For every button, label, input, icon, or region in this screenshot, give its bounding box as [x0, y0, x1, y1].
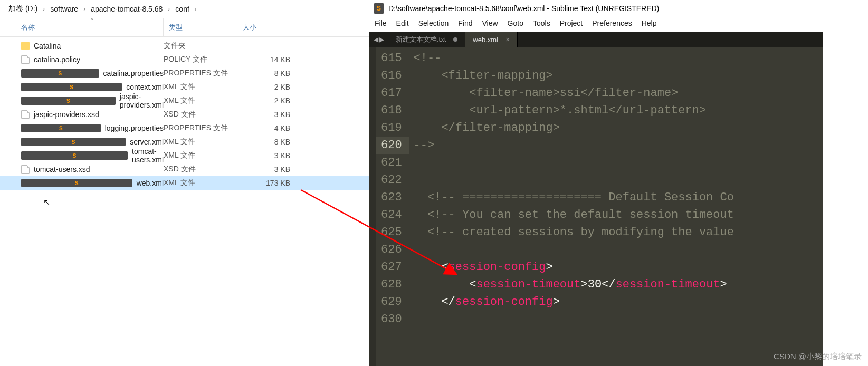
file-size: 3 KB	[237, 110, 295, 119]
sublime-file-icon: S	[21, 138, 126, 146]
file-row[interactable]: Sjaspic-providers.xmlXML 文件2 KB	[0, 94, 369, 108]
file-type: XML 文件	[164, 96, 237, 105]
close-tab-icon[interactable]: ×	[505, 35, 510, 44]
chevron-right-icon: ›	[192, 5, 200, 13]
window-titlebar: S D:\software\apache-tomcat-8.5.68\conf\…	[369, 0, 823, 17]
file-size: 3 KB	[237, 151, 295, 160]
tab-bar: ◀ ▶ 新建文本文档.txtweb.xml×	[369, 32, 823, 47]
code-line[interactable]	[414, 154, 734, 171]
code-line[interactable]: <!--	[414, 50, 734, 67]
sublime-file-icon: S	[21, 151, 128, 160]
code-line[interactable]: -->	[414, 137, 734, 154]
code-line[interactable]	[414, 241, 734, 258]
file-type: POLICY 文件	[164, 55, 237, 64]
file-size: 3 KB	[237, 165, 295, 174]
file-name: catalina.policy	[34, 55, 80, 64]
code-line[interactable]: <filter-name>ssi</filter-name>	[414, 84, 734, 102]
file-row[interactable]: Slogging.propertiesPROPERTIES 文件4 KB	[0, 121, 369, 135]
code-editor[interactable]: 6156166176186196206216226236246256266276…	[369, 47, 823, 366]
file-row[interactable]: Stomcat-users.xmlXML 文件3 KB	[0, 149, 369, 162]
breadcrumb[interactable]: 加卷 (D:)›software›apache-tomcat-8.5.68›co…	[0, 0, 369, 18]
code-line[interactable]: <url-pattern>*.shtml</url-pattern>	[414, 102, 734, 119]
code-line[interactable]: <session-config>	[414, 258, 734, 276]
file-size: 2 KB	[237, 97, 295, 105]
breadcrumb-segment[interactable]: apache-tomcat-8.5.68	[91, 5, 163, 13]
code-line[interactable]: <filter-mapping>	[414, 67, 734, 84]
nav-forward-icon[interactable]: ▶	[379, 36, 384, 43]
code-line[interactable]: </filter-mapping>	[414, 119, 734, 137]
file-name: jaspic-providers.xml	[120, 92, 164, 109]
code-line[interactable]: </session-config>	[414, 293, 734, 311]
line-number: 626	[381, 241, 402, 258]
file-list: Catalina文件夹catalina.policyPOLICY 文件14 KB…	[0, 37, 369, 190]
tab-label: 新建文本文档.txt	[396, 35, 446, 44]
code-line[interactable]: <!-- You can set the default session tim…	[414, 206, 734, 224]
line-number: 629	[381, 293, 402, 311]
breadcrumb-segment[interactable]: 加卷 (D:)	[8, 4, 37, 14]
file-list-header[interactable]: 名称 ⌃ 类型 大小	[0, 18, 369, 37]
file-name: tomcat-users.xml	[132, 147, 164, 164]
line-number: 616	[381, 67, 402, 84]
column-header-name[interactable]: 名称 ⌃	[0, 18, 164, 36]
file-row[interactable]: Sweb.xmlXML 文件173 KB	[0, 176, 369, 190]
code-line[interactable]	[414, 171, 734, 189]
code-line[interactable]: <!-- ==================== Default Sessio…	[414, 189, 734, 206]
file-type: XML 文件	[164, 151, 237, 160]
file-type: XML 文件	[164, 82, 237, 92]
sort-indicator-icon: ⌃	[90, 17, 94, 23]
file-row[interactable]: Scatalina.propertiesPROPERTIES 文件8 KB	[0, 66, 369, 80]
file-row[interactable]: Catalina文件夹	[0, 39, 369, 53]
nav-back-icon[interactable]: ◀	[374, 36, 378, 43]
line-number: 625	[381, 224, 402, 241]
line-number: 615	[381, 50, 402, 67]
column-header-type[interactable]: 类型	[164, 18, 237, 36]
sublime-file-icon: S	[21, 83, 122, 91]
file-size: 4 KB	[237, 124, 295, 132]
menu-item-goto[interactable]: Goto	[508, 19, 523, 27]
file-size: 8 KB	[237, 138, 295, 146]
line-number: 617	[381, 84, 402, 102]
sublime-text-window: S D:\software\apache-tomcat-8.5.68\conf\…	[369, 0, 823, 366]
file-name: tomcat-users.xsd	[34, 165, 90, 174]
menu-item-project[interactable]: Project	[560, 19, 583, 27]
code-content[interactable]: <!-- <filter-mapping> <filter-name>ssi</…	[409, 47, 734, 366]
line-number-gutter: 6156166176186196206216226236246256266276…	[376, 47, 409, 366]
line-number: 624	[381, 206, 402, 224]
file-name: Catalina	[34, 42, 61, 50]
file-row[interactable]: catalina.policyPOLICY 文件14 KB	[0, 53, 369, 66]
breadcrumb-segment[interactable]: software	[50, 5, 78, 13]
line-number: 621	[381, 154, 402, 171]
menu-item-file[interactable]: File	[375, 19, 387, 27]
line-number: 620	[376, 137, 409, 154]
file-icon	[21, 110, 30, 119]
dirty-indicator-icon	[453, 37, 457, 42]
file-row[interactable]: tomcat-users.xsdXSD 文件3 KB	[0, 162, 369, 176]
editor-tab[interactable]: web.xml×	[465, 32, 518, 47]
code-line[interactable]	[414, 311, 734, 328]
menu-item-edit[interactable]: Edit	[396, 19, 409, 27]
line-number: 619	[381, 119, 402, 137]
menu-item-view[interactable]: View	[482, 19, 498, 27]
file-size: 14 KB	[237, 55, 295, 64]
column-header-size[interactable]: 大小	[237, 18, 295, 36]
mouse-cursor-icon: ↖	[43, 197, 50, 207]
tab-nav-arrows[interactable]: ◀ ▶	[369, 36, 388, 43]
menu-bar: FileEditSelectionFindViewGotoToolsProjec…	[369, 17, 823, 32]
line-number: 627	[381, 258, 402, 276]
menu-item-selection[interactable]: Selection	[418, 19, 449, 27]
file-size: 2 KB	[237, 83, 295, 91]
file-row[interactable]: jaspic-providers.xsdXSD 文件3 KB	[0, 108, 369, 121]
chevron-right-icon: ›	[80, 5, 89, 13]
file-name: web.xml	[137, 179, 164, 187]
editor-tab[interactable]: 新建文本文档.txt	[388, 32, 465, 47]
line-number: 622	[381, 171, 402, 189]
menu-item-preferences[interactable]: Preferences	[592, 19, 632, 27]
menu-item-tools[interactable]: Tools	[533, 19, 550, 27]
menu-item-find[interactable]: Find	[458, 19, 472, 27]
file-icon	[21, 55, 30, 64]
code-line[interactable]: <session-timeout>30</session-timeout>	[414, 276, 734, 293]
breadcrumb-segment[interactable]: conf	[175, 5, 189, 13]
menu-item-help[interactable]: Help	[642, 19, 657, 27]
code-line[interactable]: <!-- created sessions by modifying the v…	[414, 224, 734, 241]
line-number: 618	[381, 102, 402, 119]
